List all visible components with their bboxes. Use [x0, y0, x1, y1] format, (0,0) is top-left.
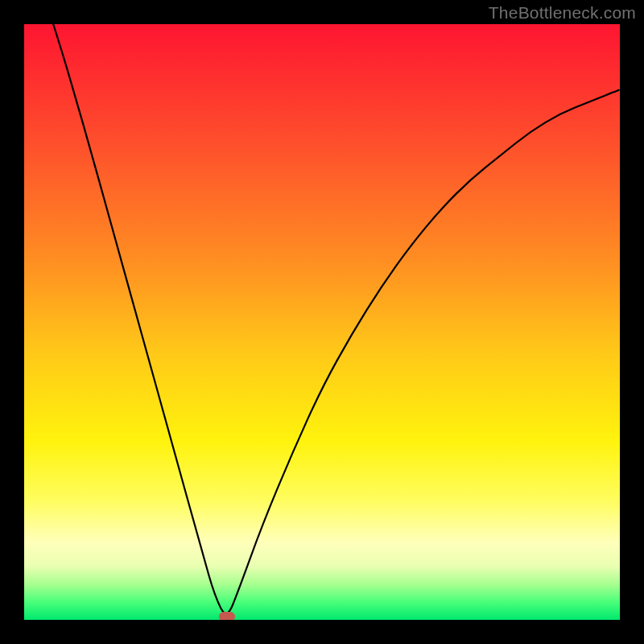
plot-area [24, 24, 620, 620]
watermark-text: TheBottleneck.com [489, 3, 636, 23]
bottleneck-curve [24, 24, 620, 620]
chart-frame: TheBottleneck.com [0, 0, 644, 644]
optimal-point-marker [219, 612, 235, 620]
